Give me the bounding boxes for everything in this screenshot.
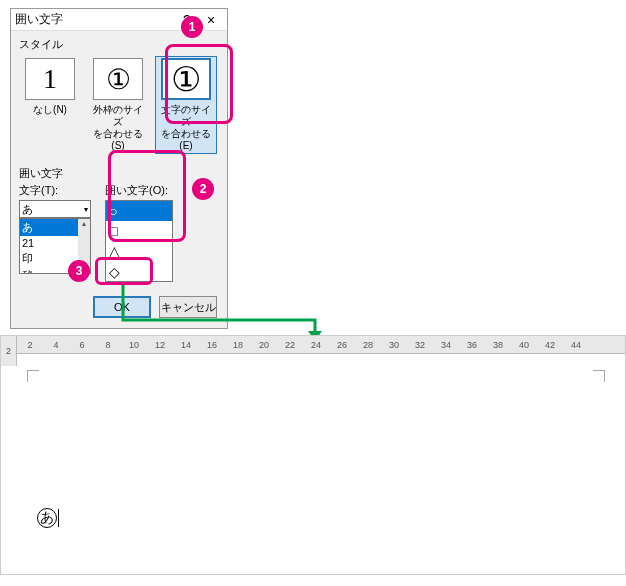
ruler-tick: 14 (173, 340, 199, 350)
style-none-preview: 1 (25, 58, 75, 100)
ruler-tick: 4 (43, 340, 69, 350)
enclosed-character: あ (37, 508, 57, 528)
enclose-section-label: 囲い文字 (11, 160, 227, 183)
style-none-label: なし(N) (21, 104, 79, 116)
style-shrink-text-label: 文字のサイズ を合わせる(E) (157, 104, 215, 152)
ruler-tick: 8 (95, 340, 121, 350)
scroll-up-icon[interactable]: ▴ (82, 219, 86, 228)
document-content: あ (37, 506, 59, 528)
ruler-tick: 10 (121, 340, 147, 350)
style-shrink-border[interactable]: ① 外枠のサイズ を合わせる(S) (87, 56, 149, 154)
list-item[interactable]: あ (20, 219, 78, 236)
char-combo[interactable]: あ ▾ (19, 200, 91, 218)
char-combo-value: あ (22, 202, 33, 217)
ruler-tick: 6 (69, 340, 95, 350)
margin-corner-tl (27, 370, 39, 382)
ruler-tick: 24 (303, 340, 329, 350)
char-label: 文字(T): (19, 183, 91, 198)
list-item[interactable]: △ (106, 241, 172, 261)
ruler-tick: 22 (277, 340, 303, 350)
ruler-tick: 32 (407, 340, 433, 350)
ruler-tick: 30 (381, 340, 407, 350)
step-badge-2: 2 (192, 178, 214, 200)
ruler-horizontal: 2 4 6 8 10 12 14 16 18 20 22 24 26 28 30… (17, 336, 625, 354)
ruler-tick: 12 (147, 340, 173, 350)
list-item[interactable]: ◇ (106, 262, 172, 282)
ruler-tick: 26 (329, 340, 355, 350)
style-shrink-border-label: 外枠のサイズ を合わせる(S) (89, 104, 147, 152)
ruler-tick: 20 (251, 340, 277, 350)
ruler-tick: 16 (199, 340, 225, 350)
text-cursor (58, 509, 59, 527)
ruler-tick: 44 (563, 340, 589, 350)
ruler-tick: 2 (17, 340, 43, 350)
style-shrink-border-preview: ① (93, 58, 143, 100)
ruler-tick: 34 (433, 340, 459, 350)
margin-corner-tr (593, 370, 605, 382)
ruler-tick: 40 (511, 340, 537, 350)
button-row: OK キャンセル (11, 290, 227, 328)
style-none[interactable]: 1 なし(N) (19, 56, 81, 154)
document-page[interactable]: あ (17, 366, 615, 564)
ruler-tick: 36 (459, 340, 485, 350)
style-shrink-text-preview: ① (161, 58, 211, 100)
dialog-title: 囲い文字 (15, 11, 175, 28)
list-item[interactable]: 21 (20, 236, 78, 250)
ruler-tick: 42 (537, 340, 563, 350)
enclose-row: 文字(T): あ ▾ あ 21 印 秘 ▴ ▾ 囲い文字(O): (11, 183, 227, 290)
step-badge-3: 3 (68, 260, 90, 282)
ruler-tick: 18 (225, 340, 251, 350)
ruler-tick: 38 (485, 340, 511, 350)
step-badge-1: 1 (181, 16, 203, 38)
ruler-vertical: 2 (1, 336, 17, 366)
ruler-tick: 28 (355, 340, 381, 350)
shape-column: 囲い文字(O): ○ □ △ ◇ (105, 183, 173, 282)
style-options: 1 なし(N) ① 外枠のサイズ を合わせる(S) ① 文字のサイズ を合わせる… (11, 54, 227, 160)
list-item[interactable]: □ (106, 221, 172, 241)
ok-button[interactable]: OK (93, 296, 151, 318)
list-item[interactable]: ○ (106, 201, 172, 221)
chevron-down-icon: ▾ (84, 205, 88, 214)
shape-label: 囲い文字(O): (105, 183, 173, 198)
document-area: 2 2 4 6 8 10 12 14 16 18 20 22 24 26 28 … (0, 335, 626, 575)
shape-listbox[interactable]: ○ □ △ ◇ (105, 200, 173, 282)
style-shrink-text[interactable]: ① 文字のサイズ を合わせる(E) (155, 56, 217, 154)
cancel-button[interactable]: キャンセル (159, 296, 217, 318)
enclose-char-dialog: 囲い文字 ? × スタイル 1 なし(N) ① 外枠のサイズ を合わせる(S) … (10, 8, 228, 329)
